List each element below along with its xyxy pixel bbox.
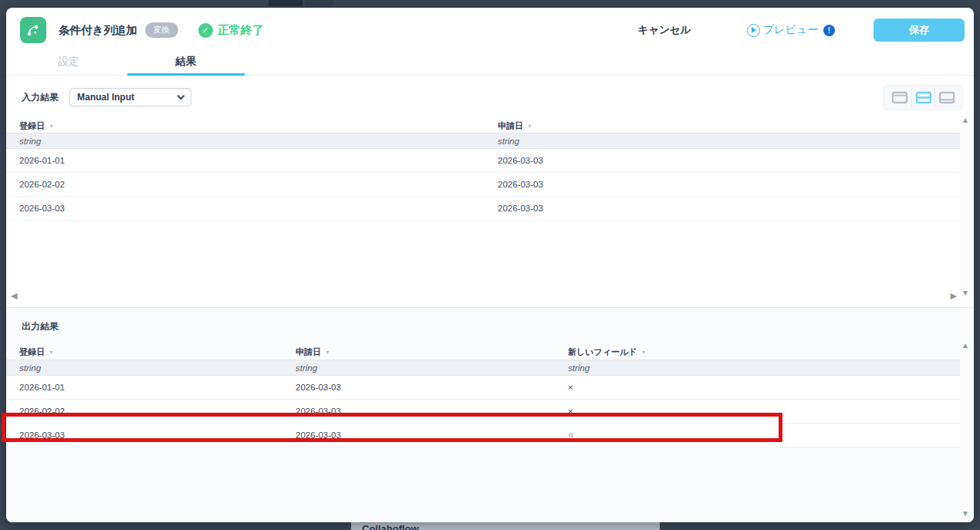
column-header[interactable]: 新しいフィールド▼ xyxy=(555,345,960,360)
check-circle-icon: ✓ xyxy=(198,23,213,38)
sort-filter-icon[interactable]: ▼ xyxy=(49,123,54,129)
input-controls-row: 入力結果 Manual Input xyxy=(6,76,974,119)
status-text: 正常終了 xyxy=(218,23,264,38)
table-header-row: 登録日▼申請日▼新しいフィールド▼ xyxy=(6,345,960,360)
transform-badge: 変換 xyxy=(145,22,178,38)
table-row[interactable]: 2026-03-032026-03-03 xyxy=(6,197,960,221)
column-header-label: 登録日 xyxy=(19,346,45,358)
view-toggle-group xyxy=(883,85,963,110)
scroll-up-icon[interactable]: ▲ xyxy=(961,116,969,125)
type-row: stringstring xyxy=(6,133,960,149)
table-row[interactable]: 2026-03-032026-03-03○ xyxy=(6,424,960,447)
table-row[interactable]: 2026-02-022026-03-03 xyxy=(6,173,960,197)
background-window-title: Collaboflow xyxy=(362,523,660,530)
tab-settings[interactable]: 設定 xyxy=(10,48,127,75)
table-cell: 2026-03-03 xyxy=(485,173,960,196)
preview-button[interactable]: プレビュー ! xyxy=(747,23,835,37)
column-header-label: 新しいフィールド xyxy=(568,346,637,358)
table-row[interactable]: 2026-01-012026-03-03 xyxy=(6,149,960,173)
alert-icon: ! xyxy=(823,25,835,36)
background-window-fragment xyxy=(305,0,334,7)
column-header[interactable]: 登録日▼ xyxy=(6,119,485,133)
type-cell: string xyxy=(555,360,960,375)
column-header-label: 申請日 xyxy=(296,346,321,358)
table-cell: 2026-03-03 xyxy=(282,400,555,423)
tab-bar: 設定結果 xyxy=(6,48,974,76)
column-header-label: 申請日 xyxy=(498,120,523,132)
scroll-right-icon[interactable]: ▶ xyxy=(951,291,957,301)
sort-filter-icon[interactable]: ▼ xyxy=(527,123,532,129)
table-cell: 2026-03-03 xyxy=(6,197,485,220)
preview-label: プレビュー xyxy=(763,23,818,37)
table-row[interactable]: 2026-01-012026-03-03× xyxy=(6,376,960,400)
tab-results[interactable]: 結果 xyxy=(127,48,245,75)
table-row[interactable]: 2026-02-022026-03-03× xyxy=(6,400,960,424)
view-top-button[interactable] xyxy=(888,89,911,106)
page-background: Collaboflow 条件付き列追加 変換 ✓ 正常終了 キャンセル xyxy=(0,0,980,530)
branch-icon xyxy=(20,17,46,43)
table-header-row: 登録日▼申請日▼ xyxy=(6,119,960,133)
type-cell: string xyxy=(485,133,960,148)
column-header-label: 登録日 xyxy=(19,120,45,132)
vertical-scrollbar-top[interactable]: ▲ ▼ xyxy=(960,116,971,298)
column-header[interactable]: 申請日▼ xyxy=(282,345,555,360)
select-value: Manual Input xyxy=(77,92,178,103)
input-source-select[interactable]: Manual Input xyxy=(69,88,191,106)
input-table-area: 登録日▼申請日▼stringstring2026-01-012026-03-03… xyxy=(6,119,974,289)
table-cell: 2026-03-03 xyxy=(282,376,555,399)
background-window-fragment xyxy=(269,0,302,6)
transform-dialog: 条件付き列追加 変換 ✓ 正常終了 キャンセル プレビュー ! 保存 設定結果 … xyxy=(6,8,974,522)
input-result-label: 入力結果 xyxy=(22,91,59,104)
type-cell: string xyxy=(282,360,555,375)
view-split-button[interactable] xyxy=(911,89,934,106)
sort-filter-icon[interactable]: ▼ xyxy=(49,349,54,355)
output-label-row: 出力結果 xyxy=(6,308,974,345)
column-header[interactable]: 申請日▼ xyxy=(485,119,960,133)
chevron-down-icon xyxy=(177,92,185,100)
dialog-title: 条件付き列追加 xyxy=(59,23,137,38)
output-result-table: 登録日▼申請日▼新しいフィールド▼stringstringstring2026-… xyxy=(6,345,960,447)
output-result-label: 出力結果 xyxy=(22,320,59,333)
horizontal-scrollbar[interactable]: ◀ ▶ xyxy=(6,289,974,307)
scroll-up-icon[interactable]: ▲ xyxy=(961,341,969,350)
output-section: 出力結果 登録日▼申請日▼新しいフィールド▼stringstringstring… xyxy=(6,307,974,522)
scroll-down-icon[interactable]: ▼ xyxy=(961,509,969,518)
table-cell: 2026-01-01 xyxy=(6,376,282,399)
table-cell: × xyxy=(555,400,960,423)
sort-filter-icon[interactable]: ▼ xyxy=(325,349,330,355)
column-header[interactable]: 登録日▼ xyxy=(6,345,282,360)
table-cell: 2026-03-03 xyxy=(6,424,282,447)
table-cell: 2026-03-03 xyxy=(485,149,960,172)
sort-filter-icon[interactable]: ▼ xyxy=(641,349,647,355)
cancel-button[interactable]: キャンセル xyxy=(638,23,691,37)
view-bottom-button[interactable] xyxy=(934,89,958,106)
scroll-down-icon[interactable]: ▼ xyxy=(961,289,969,298)
type-cell: string xyxy=(6,360,282,375)
table-cell: 2026-02-02 xyxy=(6,400,282,423)
table-cell: 2026-03-03 xyxy=(485,197,960,220)
play-circle-icon xyxy=(747,24,760,37)
table-cell: 2026-01-01 xyxy=(6,149,485,172)
table-cell: 2026-02-02 xyxy=(6,173,485,196)
scroll-left-icon[interactable]: ◀ xyxy=(11,291,17,301)
status-indicator: ✓ 正常終了 xyxy=(198,23,264,38)
table-cell: × xyxy=(555,376,960,399)
save-button[interactable]: 保存 xyxy=(874,19,965,42)
table-cell: 2026-03-03 xyxy=(282,424,555,447)
dialog-header: 条件付き列追加 変換 ✓ 正常終了 キャンセル プレビュー ! 保存 xyxy=(6,12,974,48)
type-row: stringstringstring xyxy=(6,360,960,376)
background-window: Collaboflow xyxy=(351,522,660,530)
vertical-scrollbar-bottom[interactable]: ▲ ▼ xyxy=(960,341,971,518)
table-cell: ○ xyxy=(555,424,960,447)
input-result-table: 登録日▼申請日▼stringstring2026-01-012026-03-03… xyxy=(6,119,960,221)
type-cell: string xyxy=(6,133,485,148)
